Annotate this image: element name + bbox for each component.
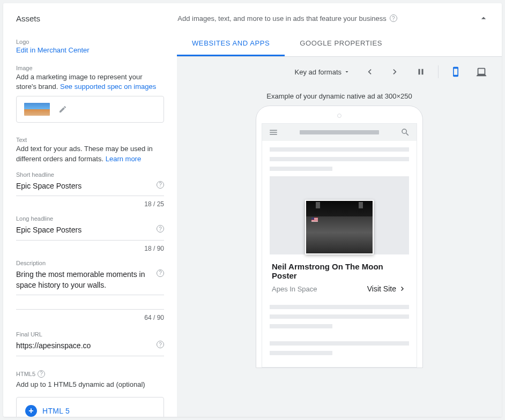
text-learn-more-link[interactable]: Learn more: [106, 155, 141, 163]
help-icon[interactable]: ?: [38, 370, 45, 378]
logo-label: Logo: [16, 39, 164, 45]
chevron-left-icon: [364, 66, 375, 77]
skeleton-line: [270, 305, 409, 309]
prev-button[interactable]: [359, 61, 380, 82]
help-icon[interactable]: ?: [390, 14, 397, 22]
ad-image: [305, 200, 374, 254]
chevron-right-icon: [398, 284, 407, 293]
ad-preview-card: i Neil Armstrong On The Moon Post: [270, 176, 409, 297]
image-spec-link[interactable]: See supported spec on images: [60, 82, 156, 91]
edit-merchant-center-link[interactable]: Edit in Merchant Center: [16, 46, 90, 54]
skeleton-line: [270, 324, 332, 328]
mobile-view-button[interactable]: [445, 61, 466, 82]
skeleton-line: [270, 147, 409, 152]
description-input[interactable]: Bring the most memorable moments in spac…: [16, 268, 153, 291]
skeleton-line: [270, 314, 409, 319]
description-counter: 64 / 90: [16, 314, 164, 321]
menu-icon[interactable]: [269, 128, 278, 137]
help-icon[interactable]: ?: [157, 341, 164, 348]
short-headline-counter: 18 / 25: [16, 200, 164, 208]
phone-frame: i Neil Armstrong On The Moon Post: [256, 106, 423, 368]
add-html5-button[interactable]: + HTML 5: [16, 397, 164, 417]
html5-desc: Add up to 1 HTML5 dynamic ad (optional): [16, 380, 164, 389]
panel-title: Assets: [16, 14, 107, 23]
help-icon[interactable]: ?: [157, 225, 164, 232]
preview-caption: Example of your dynamic native ad at 300…: [266, 92, 412, 100]
tab-websites-apps[interactable]: WEBSITES AND APPS: [177, 31, 285, 56]
skeleton-line: [270, 341, 409, 346]
panel-subtitle: Add images, text, and more to use in ads…: [177, 14, 387, 22]
plus-icon: +: [25, 405, 37, 417]
short-headline-input[interactable]: Epic Space Posters: [16, 180, 153, 193]
description-label: Description: [16, 260, 164, 266]
final-url-input[interactable]: https://apesinspace.co: [16, 340, 153, 352]
text-label: Text: [16, 137, 164, 143]
skeleton-line: [270, 351, 332, 355]
caret-down-icon: [344, 69, 350, 75]
pause-icon: [416, 67, 426, 77]
pause-button[interactable]: [410, 61, 432, 82]
image-label: Image: [16, 65, 164, 71]
desktop-view-button[interactable]: [471, 61, 492, 82]
laptop-icon: [476, 66, 487, 78]
short-headline-label: Short headline: [16, 171, 164, 178]
pencil-icon[interactable]: [58, 105, 67, 114]
help-icon[interactable]: ?: [157, 269, 164, 277]
final-url-label: Final URL: [16, 331, 164, 338]
smartphone-icon: [450, 66, 461, 77]
next-button[interactable]: [384, 61, 406, 82]
search-icon[interactable]: [400, 128, 410, 137]
long-headline-label: Long headline: [16, 215, 164, 222]
skeleton-line: [270, 157, 409, 161]
phone-speaker: [337, 114, 341, 118]
ad-brand: Apes In Space: [272, 285, 317, 293]
long-headline-input[interactable]: Epic Space Posters: [16, 224, 153, 237]
collapse-icon[interactable]: [478, 13, 489, 24]
long-headline-counter: 18 / 90: [16, 245, 164, 252]
help-icon[interactable]: ?: [157, 181, 164, 189]
image-thumbnail[interactable]: [24, 103, 50, 116]
search-bar-placeholder: [300, 130, 379, 134]
html5-button-label: HTML 5: [42, 407, 70, 415]
chevron-right-icon: [390, 66, 400, 77]
ad-title: Neil Armstrong On The Moon Poster: [270, 254, 409, 284]
skeleton-line: [270, 167, 332, 171]
tab-google-properties[interactable]: GOOGLE PROPERTIES: [285, 31, 397, 56]
ad-hero-area: [270, 176, 409, 254]
format-dropdown[interactable]: Key ad formats: [291, 65, 354, 79]
html5-label: HTML5: [16, 371, 35, 377]
ad-cta-link[interactable]: Visit Site: [367, 284, 407, 293]
image-upload-box[interactable]: [16, 96, 164, 123]
